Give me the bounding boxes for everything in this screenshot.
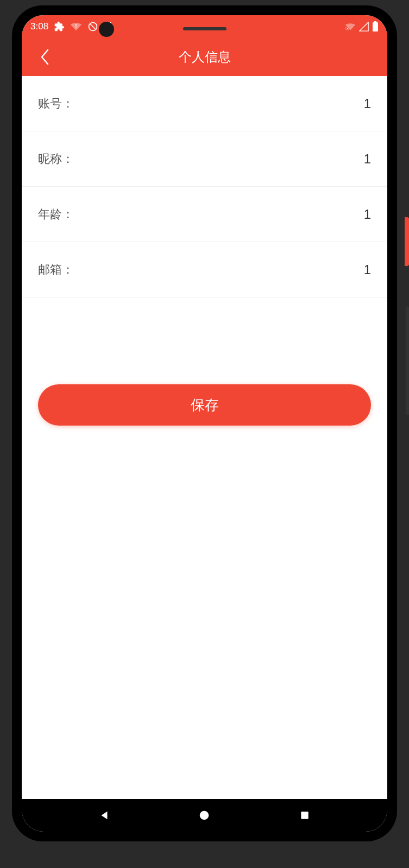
svg-text:✕: ✕ [347,27,348,30]
wifi-off-icon: ✕ [345,22,356,31]
account-label: 账号： [38,96,74,112]
android-nav-bar [22,799,387,832]
triangle-back-icon [98,809,110,821]
svg-rect-5 [373,22,378,31]
signal-icon [359,22,369,31]
nickname-label: 昵称： [38,151,74,167]
do-not-disturb-icon [87,21,98,32]
svg-text:?: ? [75,24,78,29]
screen: 3:08 ? ✕ [22,15,387,832]
status-bar: 3:08 ? ✕ [22,15,387,38]
save-button-label: 保存 [191,396,219,415]
circle-home-icon [198,809,210,821]
battery-icon [372,21,379,32]
nav-back-button[interactable] [93,804,115,826]
form-row-nickname[interactable]: 昵称： 1 [22,131,387,187]
nickname-value: 1 [364,151,371,167]
age-value: 1 [364,207,371,222]
device-volume-button [406,307,409,415]
device-power-button [405,217,409,266]
email-value: 1 [364,262,371,277]
page-title: 个人信息 [179,48,231,66]
form-content: 账号： 1 昵称： 1 年龄： 1 邮箱： 1 [22,76,387,297]
puzzle-icon [54,21,65,32]
svg-rect-6 [374,21,376,23]
account-value: 1 [364,96,371,111]
svg-rect-8 [301,812,308,819]
page-header: 个人信息 [22,38,387,76]
device-speaker [183,27,226,30]
back-button[interactable] [33,45,56,69]
svg-point-7 [200,811,209,820]
square-recent-icon [299,810,310,821]
form-row-age[interactable]: 年龄： 1 [22,187,387,242]
save-button[interactable]: 保存 [38,384,371,426]
email-label: 邮箱： [38,262,74,278]
svg-line-2 [90,24,96,29]
age-label: 年龄： [38,206,74,223]
status-time: 3:08 [30,21,48,32]
wifi-warning-icon: ? [70,21,82,32]
status-bar-right: ✕ [345,21,379,32]
form-row-account[interactable]: 账号： 1 [22,76,387,131]
device-frame: 3:08 ? ✕ [12,5,397,841]
form-row-email[interactable]: 邮箱： 1 [22,242,387,297]
device-camera [99,22,114,37]
nav-recent-button[interactable] [294,804,316,826]
nav-home-button[interactable] [193,804,215,826]
chevron-left-icon [40,48,49,66]
